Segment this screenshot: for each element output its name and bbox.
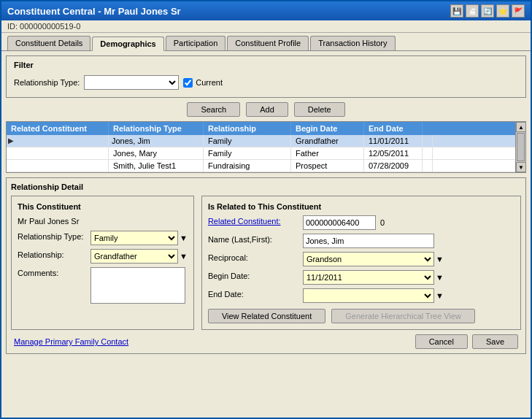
flag-icon[interactable]: 🚩 (512, 4, 525, 18)
col-related-constituent: Related Constituent (7, 122, 109, 135)
row-constituent: Jones, Mary (109, 147, 204, 159)
table-row[interactable]: ▶ Jones, Jim Family Grandfather 11/01/20… (7, 135, 515, 147)
tab-participation[interactable]: Participation (166, 36, 226, 50)
main-window: Constituent Central - Mr Paul Jones Sr 💾… (0, 0, 532, 419)
filter-legend: Filter (14, 61, 518, 69)
rel-type-field-input: Family ▼ (90, 231, 188, 245)
begin-date-field-input: 11/1/2011 ▼ (303, 270, 444, 285)
table-with-scroll: Related Constituent Relationship Type Re… (7, 122, 525, 172)
this-constituent-name: Mr Paul Jones Sr (18, 215, 188, 227)
table-row[interactable]: Smith, Julie Test1 Fundraising Prospect … (7, 160, 515, 172)
scroll-thumb[interactable] (517, 133, 525, 161)
related-const-extra: 0 (380, 218, 385, 227)
print-icon[interactable]: 🖨 (466, 4, 479, 18)
begin-date-field-label: Begin Date: (208, 270, 303, 280)
title-bar: Constituent Central - Mr Paul Jones Sr 💾… (1, 1, 531, 20)
id-bar: ID: 000000000519-0 (1, 20, 531, 33)
relationship-detail-section: Relationship Detail This Constituent Mr … (6, 177, 526, 354)
relationship-dropdown-arrow: ▼ (180, 252, 188, 261)
rel-type-select[interactable]: Family (90, 231, 178, 245)
tab-constituent-profile[interactable]: Constituent Profile (227, 36, 309, 50)
col-begin-date: Begin Date (291, 122, 364, 135)
reciprocal-select[interactable]: Grandson (303, 252, 434, 266)
content-area: Filter Relationship Type: Current Search… (1, 50, 531, 418)
table-main: Related Constituent Relationship Type Re… (7, 122, 515, 172)
related-const-field-row: Related Constituent: 0 (208, 215, 514, 230)
end-date-select[interactable] (303, 288, 434, 303)
comments-textarea[interactable] (90, 267, 185, 304)
row-constituent: Jones, Jim (109, 135, 204, 147)
row-relationship: Grandfather (291, 135, 364, 147)
search-button[interactable]: Search (187, 102, 240, 117)
row-relationship: Father (291, 147, 364, 159)
save-icon[interactable]: 💾 (450, 4, 463, 18)
current-checkbox[interactable] (183, 78, 193, 88)
comments-field-row: Comments: (18, 267, 188, 304)
cancel-button[interactable]: Cancel (415, 334, 468, 349)
window-title: Constituent Central - Mr Paul Jones Sr (7, 6, 181, 17)
relationship-select[interactable]: Grandfather (90, 249, 178, 264)
end-date-dropdown-arrow: ▼ (436, 291, 444, 300)
begin-date-dropdown-arrow: ▼ (436, 273, 444, 282)
is-related-panel: Is Related to This Constituent Related C… (201, 196, 521, 330)
end-date-field-input: ▼ (303, 288, 444, 303)
row-end-date (423, 135, 433, 147)
bottom-buttons-row: Manage Primary Family Contact Cancel Sav… (11, 334, 521, 349)
col-relationship-type: Relationship Type (109, 122, 204, 135)
manage-family-contact-link[interactable]: Manage Primary Family Contact (14, 337, 128, 346)
col-relationship: Relationship (204, 122, 291, 135)
related-action-buttons: View Related Constituent Generate Hierar… (208, 309, 514, 323)
generate-tree-button[interactable]: Generate Hierarchical Tree View (331, 309, 475, 323)
current-checkbox-row: Current (183, 78, 223, 88)
related-constituent-link[interactable]: Related Constituent: (208, 215, 303, 226)
table-scrollbar[interactable]: ▲ ▼ (515, 122, 525, 172)
delete-button[interactable]: Delete (294, 102, 345, 117)
rel-type-field-row: Relationship Type: Family ▼ (18, 231, 188, 245)
reciprocal-field-row: Reciprocal: Grandson ▼ (208, 252, 514, 266)
begin-date-select[interactable]: 11/1/2011 (303, 270, 434, 285)
row-begin-date: 12/05/2011 (364, 147, 423, 159)
rel-type-field-label: Relationship Type: (18, 231, 90, 241)
col-end-date: End Date (364, 122, 423, 135)
rel-type-dropdown-arrow: ▼ (180, 234, 188, 242)
comments-field-label: Comments: (18, 267, 90, 277)
reciprocal-dropdown-arrow: ▼ (436, 255, 444, 264)
toolbar-icons: 💾 🖨 🔄 ⭐ 🚩 (450, 4, 525, 18)
add-button[interactable]: Add (246, 102, 288, 117)
current-label: Current (196, 78, 223, 87)
row-arrow (7, 160, 109, 172)
end-date-field-label: End Date: (208, 288, 303, 299)
tab-bar: Constituent Details Demographics Partici… (1, 33, 531, 50)
rel-detail-inner: This Constituent Mr Paul Jones Sr Relati… (11, 196, 521, 330)
end-date-field-row: End Date: ▼ (208, 288, 514, 303)
relationship-field-row: Relationship: Grandfather ▼ (18, 249, 188, 264)
row-begin-date: 11/01/2011 (364, 135, 423, 147)
rel-type-filter-label: Relationship Type: (14, 78, 80, 87)
relationship-type-filter-select[interactable] (84, 75, 179, 90)
this-constituent-panel: This Constituent Mr Paul Jones Sr Relati… (11, 196, 194, 330)
table-header: Related Constituent Relationship Type Re… (7, 122, 515, 135)
relationship-field-label: Relationship: (18, 249, 90, 259)
relationship-field-input: Grandfather ▼ (90, 249, 188, 264)
name-field-row: Name (Last,First): (208, 234, 514, 248)
related-const-input[interactable] (303, 215, 376, 230)
id-label: ID: 000000000519-0 (7, 22, 80, 31)
relationships-table: Related Constituent Relationship Type Re… (6, 121, 526, 173)
tab-demographics[interactable]: Demographics (92, 36, 163, 51)
tab-constituent-details[interactable]: Constituent Details (7, 36, 90, 50)
rel-detail-legend: Relationship Detail (11, 182, 521, 191)
row-end-date (423, 160, 433, 172)
name-field-label: Name (Last,First): (208, 234, 303, 244)
name-input[interactable] (303, 234, 434, 248)
scroll-down-button[interactable]: ▼ (516, 162, 526, 172)
action-buttons: Search Add Delete (6, 102, 526, 117)
save-button[interactable]: Save (472, 334, 518, 349)
scroll-up-button[interactable]: ▲ (516, 122, 526, 132)
begin-date-field-row: Begin Date: 11/1/2011 ▼ (208, 270, 514, 285)
table-row[interactable]: Jones, Mary Family Father 12/05/2011 (7, 147, 515, 160)
refresh-icon[interactable]: 🔄 (481, 4, 494, 18)
tab-transaction-history[interactable]: Transaction History (310, 36, 395, 50)
row-arrow (7, 147, 109, 159)
star-icon[interactable]: ⭐ (496, 4, 509, 18)
view-related-button[interactable]: View Related Constituent (208, 309, 325, 323)
